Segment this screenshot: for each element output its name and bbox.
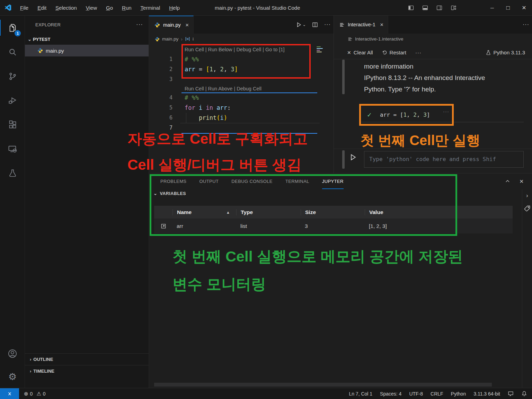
cursor-position[interactable]: Ln 7, Col 1 bbox=[349, 391, 372, 397]
remote-indicator[interactable] bbox=[0, 388, 19, 399]
explorer-more-icon[interactable]: ··· bbox=[136, 21, 143, 28]
toggle-secondary-sidebar-icon[interactable] bbox=[436, 5, 442, 11]
tag-icon[interactable] bbox=[524, 205, 531, 212]
close-window-button[interactable]: ✕ bbox=[516, 0, 532, 16]
close-panel-icon[interactable]: ✕ bbox=[519, 178, 524, 185]
breadcrumb-file[interactable]: main.py bbox=[162, 36, 178, 42]
toolbar-more-icon[interactable]: ··· bbox=[415, 50, 422, 55]
minimize-button[interactable]: ─ bbox=[484, 0, 500, 16]
input-play-icon[interactable] bbox=[349, 153, 357, 161]
python-icon bbox=[155, 37, 160, 42]
tab-interactive-1[interactable]: Interactive-1 ✕ bbox=[334, 16, 388, 34]
cell-more-actions-icon[interactable]: ··· bbox=[443, 108, 449, 114]
header-name[interactable]: Name ▲ bbox=[172, 209, 236, 215]
menu-selection[interactable]: Selection bbox=[52, 3, 80, 12]
run-dropdown-chevron-icon[interactable]: ⌄ bbox=[303, 23, 306, 27]
line-number: 1 bbox=[159, 54, 172, 64]
header-value[interactable]: Value bbox=[365, 209, 513, 215]
tab-main-py[interactable]: main.py ✕ bbox=[149, 16, 194, 34]
variables-section-header[interactable]: ⌄ VARIABLES bbox=[153, 191, 186, 196]
codelens-cell1[interactable]: Run Cell | Run Below | Debug Cell | Go t… bbox=[185, 45, 285, 54]
tab-jupyter[interactable]: JUPYTER bbox=[322, 174, 344, 189]
customize-layout-icon[interactable] bbox=[451, 5, 456, 11]
interactive-window-icon bbox=[348, 37, 353, 42]
editor-tab-bar: main.py ✕ ⌄ ··· bbox=[149, 16, 334, 34]
menu-run[interactable]: Run bbox=[118, 3, 135, 12]
tab-terminal[interactable]: TERMINAL bbox=[285, 174, 309, 189]
interactive-input[interactable]: Type 'python' code here and press Shif bbox=[364, 151, 524, 168]
header-type[interactable]: Type bbox=[236, 209, 301, 215]
menu-terminal[interactable]: Terminal bbox=[137, 3, 164, 12]
split-editor-icon[interactable] bbox=[312, 22, 318, 28]
timeline-section[interactable]: › TIMELINE bbox=[25, 365, 149, 377]
activity-search[interactable] bbox=[0, 40, 25, 64]
current-line-highlight bbox=[180, 123, 320, 133]
tab-debug-console[interactable]: DEBUG CONSOLE bbox=[231, 174, 273, 189]
input-scrollbar[interactable] bbox=[342, 150, 345, 169]
maximize-panel-chevron-up-icon[interactable] bbox=[505, 179, 510, 184]
horizontal-scrollbar[interactable] bbox=[154, 383, 492, 387]
panel-chevron-right-icon[interactable]: › bbox=[526, 193, 528, 199]
toggle-panel-icon[interactable] bbox=[422, 5, 428, 11]
remote-status-icon bbox=[7, 391, 12, 397]
explorer-sidebar: EXPLORER ··· ⌄ PYTEST main.py › OUTLINE … bbox=[25, 16, 149, 388]
code-line-1: # %% bbox=[185, 54, 199, 64]
header-size[interactable]: Size bbox=[301, 209, 365, 215]
tab-problems[interactable]: PROBLEMS bbox=[160, 174, 186, 189]
outline-section[interactable]: › OUTLINE bbox=[25, 353, 149, 365]
breadcrumb-file[interactable]: Interactive-1.interactive bbox=[355, 36, 404, 42]
open-variable-icon[interactable] bbox=[160, 223, 167, 229]
feedback-icon[interactable] bbox=[508, 391, 514, 397]
more-actions-icon[interactable]: ··· bbox=[324, 21, 331, 28]
activity-account[interactable] bbox=[0, 342, 25, 366]
menu-view[interactable]: View bbox=[82, 3, 100, 12]
python-interpreter[interactable]: 3.11.3 64-bit bbox=[473, 391, 500, 397]
chevron-down-icon: ⌄ bbox=[28, 37, 32, 42]
sort-ascending-icon: ▲ bbox=[226, 210, 230, 214]
cell-success-check-icon: ✓ bbox=[367, 110, 372, 119]
toggle-primary-sidebar-icon[interactable] bbox=[408, 5, 414, 11]
activity-testing[interactable] bbox=[0, 161, 25, 185]
interactive-scrollbar[interactable] bbox=[342, 60, 345, 94]
breadcrumb-symbol[interactable]: i bbox=[193, 36, 194, 42]
menu-file[interactable]: File bbox=[17, 3, 32, 12]
code-editor[interactable]: Run Cell | Run Below | Debug Cell | Go t… bbox=[149, 44, 334, 173]
menu-go[interactable]: Go bbox=[103, 3, 116, 12]
python-icon bbox=[154, 22, 160, 28]
activity-explorer[interactable]: 1 bbox=[0, 16, 25, 40]
restart-button[interactable]: Restart bbox=[382, 50, 406, 55]
table-row[interactable]: arr list 3 [1, 2, 3] bbox=[154, 219, 513, 233]
maximize-button[interactable]: □ bbox=[500, 0, 516, 16]
close-tab-icon[interactable]: ✕ bbox=[380, 22, 384, 27]
folder-pytest[interactable]: ⌄ PYTEST bbox=[25, 34, 149, 45]
activity-run-debug[interactable] bbox=[0, 88, 25, 113]
clear-all-button[interactable]: ✕ Clear All bbox=[347, 50, 373, 55]
tab-output[interactable]: OUTPUT bbox=[199, 174, 219, 189]
source-control-icon bbox=[8, 72, 17, 81]
language-mode[interactable]: Python bbox=[451, 391, 466, 397]
run-python-file-button[interactable]: ⌄ bbox=[296, 22, 306, 28]
activity-settings[interactable]: ⚙ bbox=[0, 366, 25, 388]
interactive-output: more information IPython 8.13.2 -- An en… bbox=[364, 61, 485, 95]
encoding[interactable]: UTF-8 bbox=[409, 391, 423, 397]
codelens-cell2[interactable]: Run Cell | Run Above | Debug Cell bbox=[185, 85, 261, 93]
menu-edit[interactable]: Edit bbox=[34, 3, 50, 12]
file-main-py[interactable]: main.py bbox=[25, 45, 149, 56]
activity-extensions[interactable] bbox=[0, 113, 25, 137]
editor-actions: ⌄ ··· bbox=[296, 16, 331, 34]
error-count: 0 bbox=[30, 391, 33, 397]
minimap[interactable] bbox=[317, 45, 326, 53]
interactive-tab-bar: Interactive-1 ✕ ··· bbox=[334, 16, 532, 34]
bell-icon[interactable] bbox=[521, 391, 527, 397]
indentation[interactable]: Spaces: 4 bbox=[380, 391, 401, 397]
menu-help[interactable]: Help bbox=[166, 3, 183, 12]
close-tab-icon[interactable]: ✕ bbox=[185, 23, 189, 28]
more-actions-icon[interactable]: ··· bbox=[523, 21, 529, 28]
activity-remote-explorer[interactable] bbox=[0, 137, 25, 161]
sidebar-bottom-sections: › OUTLINE › TIMELINE bbox=[25, 353, 149, 377]
eol-sequence[interactable]: CRLF bbox=[431, 391, 443, 397]
kernel-picker[interactable]: Python 3.11.3 bbox=[486, 50, 525, 55]
problems-status[interactable]: ⊗ 0 ⚠ 0 bbox=[24, 391, 46, 397]
activity-source-control[interactable] bbox=[0, 64, 25, 88]
error-icon: ⊗ bbox=[24, 391, 28, 397]
